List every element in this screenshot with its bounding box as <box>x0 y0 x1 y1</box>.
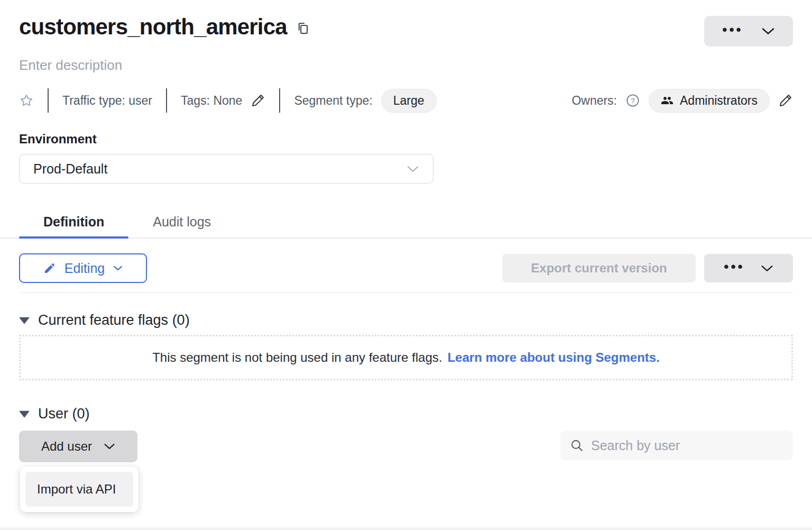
tags-group: Tags: None <box>181 93 265 108</box>
chevron-down-icon <box>113 265 123 271</box>
meta-row: Traffic type: user Tags: None Segment ty… <box>19 88 793 113</box>
bottom-edge-shadow <box>0 526 812 530</box>
owners-badge[interactable]: Administrators <box>649 89 770 113</box>
owners-label: Owners: <box>571 94 617 108</box>
search-by-user-input[interactable] <box>591 438 783 453</box>
edit-owners-button[interactable] <box>778 93 793 108</box>
tab-bar: Definition Audit logs <box>0 206 812 239</box>
definition-toolbar: Editing Export current version ••• <box>19 253 793 283</box>
traffic-type-label: Traffic type: user <box>62 94 152 108</box>
people-icon <box>661 94 673 107</box>
feature-flags-section-header[interactable]: Current feature flags (0) <box>19 312 793 328</box>
learn-more-link[interactable]: Learn more about using Segments. <box>447 350 659 365</box>
divider <box>19 293 793 293</box>
ellipsis-icon: ••• <box>724 260 744 273</box>
title-row: customers_north_america ••• <box>19 0 793 47</box>
description-placeholder[interactable]: Enter description <box>19 57 793 74</box>
divider <box>166 88 167 113</box>
star-icon <box>19 93 34 108</box>
add-user-label: Add user <box>41 439 92 454</box>
environment-label: Environment <box>19 132 793 147</box>
edit-tags-button[interactable] <box>251 93 265 108</box>
feature-flags-heading: Current feature flags (0) <box>38 312 190 328</box>
tags-label: Tags: None <box>181 94 242 108</box>
divider <box>279 88 280 113</box>
chevron-down-icon <box>104 443 115 450</box>
owners-value: Administrators <box>680 94 758 108</box>
pencil-icon <box>778 93 793 108</box>
copy-icon <box>296 20 310 36</box>
menu-item-import-via-api[interactable]: Import via API <box>25 472 133 507</box>
editing-status-label: Editing <box>64 261 105 276</box>
svg-text:?: ? <box>631 97 634 105</box>
editing-status-dropdown[interactable]: Editing <box>19 253 147 283</box>
chevron-down-icon <box>761 27 775 35</box>
favorite-star-button[interactable] <box>19 93 34 108</box>
feature-flags-empty-state: This segment is not being used in any fe… <box>19 335 793 380</box>
chevron-down-icon <box>407 165 419 173</box>
segment-type-group: Segment type: Large <box>294 89 436 113</box>
environment-select[interactable]: Prod-Default <box>19 154 433 184</box>
environment-selected-value: Prod-Default <box>33 161 107 177</box>
segment-type-label: Segment type: <box>294 94 372 108</box>
ellipsis-icon: ••• <box>722 23 743 36</box>
definition-more-actions-button[interactable]: ••• <box>704 254 793 282</box>
user-search-box <box>560 431 793 460</box>
help-icon[interactable]: ? <box>625 93 640 108</box>
segment-detail-page: customers_north_america ••• Enter descri… <box>0 0 812 530</box>
user-actions-row: Add user Import via API <box>19 431 793 462</box>
tab-audit-logs[interactable]: Audit logs <box>128 206 235 237</box>
caret-down-icon <box>19 410 30 418</box>
segment-type-badge: Large <box>381 89 437 113</box>
segment-more-actions-button[interactable]: ••• <box>704 16 793 47</box>
user-heading: User (0) <box>38 406 90 422</box>
tab-definition[interactable]: Definition <box>19 206 128 237</box>
export-current-version-button[interactable]: Export current version <box>502 254 696 282</box>
pencil-icon <box>251 93 265 108</box>
caret-down-icon <box>19 316 30 324</box>
add-user-dropdown-menu: Import via API <box>20 467 139 512</box>
chevron-down-icon <box>761 264 773 272</box>
divider <box>48 88 49 113</box>
add-user-dropdown-wrap: Add user Import via API <box>19 431 137 462</box>
search-icon <box>570 438 584 452</box>
pencil-filled-icon <box>43 262 56 275</box>
empty-state-text: This segment is not being used in any fe… <box>152 350 442 365</box>
user-section-header[interactable]: User (0) <box>19 406 793 422</box>
copy-name-button[interactable] <box>296 20 310 36</box>
owners-group: Owners: ? Administrators <box>571 89 793 113</box>
add-user-button[interactable]: Add user <box>19 431 137 462</box>
page-title: customers_north_america <box>19 14 287 40</box>
toolbar-right-group: Export current version ••• <box>502 254 793 282</box>
